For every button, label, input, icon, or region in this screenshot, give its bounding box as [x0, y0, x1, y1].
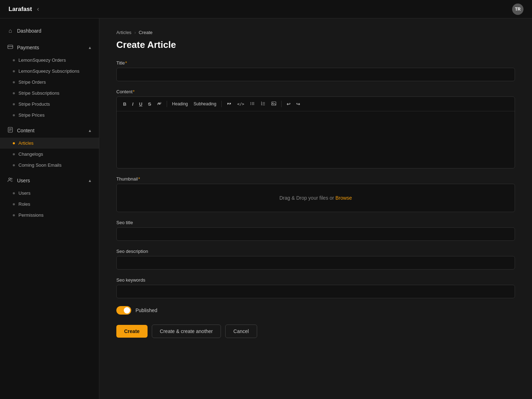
topbar: Larafast ‹ TR	[0, 0, 532, 18]
users-item-label: Users	[18, 190, 31, 196]
cancel-button[interactable]: Cancel	[225, 325, 257, 338]
sidebar-item-stripe-products[interactable]: Stripe Products	[0, 99, 99, 110]
content-chevron-icon: ▲	[88, 128, 92, 133]
stripe-subscriptions-label: Stripe Subscriptions	[18, 90, 60, 96]
underline-button[interactable]: U	[137, 100, 144, 108]
bold-button[interactable]: B	[121, 100, 128, 108]
seo-title-input[interactable]	[116, 227, 515, 241]
content-label: Content*	[116, 89, 515, 94]
content-items: Articles Changelogs Coming Soon Emails	[0, 138, 99, 171]
image-button[interactable]	[269, 100, 278, 108]
published-toggle[interactable]	[116, 306, 131, 315]
svg-point-21	[272, 102, 273, 103]
undo-button[interactable]: ↩	[284, 100, 293, 108]
back-icon[interactable]: ‹	[37, 5, 39, 13]
bullet-list-button[interactable]	[248, 100, 257, 108]
users-label: Users	[17, 178, 30, 183]
sidebar-item-users[interactable]: Users	[0, 188, 99, 199]
sidebar-item-lemonsqueezy-orders[interactable]: LemonSqueezy Orders	[0, 55, 99, 66]
dot-icon	[13, 214, 15, 216]
quote-button[interactable]	[225, 100, 234, 108]
permissions-label: Permissions	[18, 212, 44, 218]
content-required: *	[133, 89, 135, 94]
main-layout: ⌂ Dashboard Payments	[0, 18, 532, 399]
title-input[interactable]	[116, 68, 515, 81]
sidebar-item-dashboard[interactable]: ⌂ Dashboard	[0, 24, 99, 38]
payments-section-header[interactable]: Payments ▲	[0, 40, 99, 55]
dot-icon	[13, 114, 15, 116]
dot-icon	[13, 192, 15, 194]
subheading-button[interactable]: Subheading	[192, 100, 218, 107]
breadcrumb-separator: ›	[134, 30, 136, 35]
dot-icon	[13, 142, 15, 144]
thumbnail-required: *	[138, 176, 140, 182]
heading-button[interactable]: Heading	[170, 100, 190, 107]
seo-desc-label: Seo description	[116, 249, 515, 254]
svg-point-8	[250, 102, 251, 103]
sidebar-item-changelogs[interactable]: Changelogs	[0, 149, 99, 160]
sidebar-section-users: Users ▲ Users Roles Permissions	[0, 173, 99, 221]
rich-text-editor: B I U S Heading Subh	[116, 96, 515, 168]
sidebar-item-stripe-prices[interactable]: Stripe Prices	[0, 110, 99, 121]
seo-keywords-field-group: Seo keywords	[116, 277, 515, 298]
sidebar-item-articles[interactable]: Articles	[0, 138, 99, 149]
sidebar-item-stripe-subscriptions[interactable]: Stripe Subscriptions	[0, 88, 99, 99]
sidebar-item-roles[interactable]: Roles	[0, 199, 99, 210]
dot-icon	[13, 103, 15, 105]
thumbnail-dropzone[interactable]: Drag & Drop your files or Browse	[116, 184, 515, 212]
payments-label: Payments	[17, 45, 39, 50]
create-button[interactable]: Create	[116, 325, 148, 338]
payments-icon	[7, 44, 13, 51]
strikethrough-button[interactable]: S	[146, 100, 153, 108]
content-icon	[7, 127, 13, 134]
avatar[interactable]: TR	[512, 4, 523, 15]
articles-label: Articles	[18, 140, 34, 146]
editor-body[interactable]	[117, 111, 515, 168]
roles-label: Roles	[18, 201, 30, 207]
stripe-products-label: Stripe Products	[18, 101, 50, 107]
italic-button[interactable]: I	[130, 100, 135, 108]
content-section-header[interactable]: Content ▲	[0, 123, 99, 138]
svg-point-7	[11, 178, 12, 179]
svg-point-10	[250, 103, 251, 104]
seo-title-label: Seo title	[116, 220, 515, 225]
dot-icon	[13, 70, 15, 72]
create-another-button[interactable]: Create & create another	[152, 325, 221, 338]
title-field-group: Title*	[116, 60, 515, 81]
lemonqueezy-orders-label: LemonSqueezy Orders	[18, 57, 66, 63]
svg-rect-20	[272, 102, 276, 105]
seo-desc-input[interactable]	[116, 256, 515, 270]
svg-point-12	[250, 104, 251, 105]
content-label: Content	[17, 128, 34, 133]
link-button[interactable]	[155, 100, 164, 108]
coming-soon-emails-label: Coming Soon Emails	[18, 162, 61, 168]
breadcrumb-current: Create	[139, 30, 153, 35]
users-icon	[7, 177, 13, 184]
dot-icon	[13, 59, 15, 61]
topbar-left: Larafast ‹	[9, 5, 39, 13]
breadcrumb: Articles › Create	[116, 30, 515, 35]
breadcrumb-parent[interactable]: Articles	[116, 30, 132, 35]
svg-point-6	[9, 178, 11, 180]
browse-link[interactable]: Browse	[336, 195, 352, 201]
sidebar-item-lemonqueezy-subscriptions[interactable]: LemonSqueezy Subscriptions	[0, 66, 99, 77]
title-label: Title*	[116, 60, 515, 66]
sidebar-item-stripe-orders[interactable]: Stripe Orders	[0, 77, 99, 88]
sidebar-item-permissions[interactable]: Permissions	[0, 210, 99, 221]
stripe-prices-label: Stripe Prices	[18, 112, 45, 118]
code-button[interactable]: </>	[235, 101, 246, 107]
seo-title-field-group: Seo title	[116, 220, 515, 241]
payments-items: LemonSqueezy Orders LemonSqueezy Subscri…	[0, 55, 99, 121]
dot-icon	[13, 81, 15, 83]
seo-keywords-input[interactable]	[116, 285, 515, 298]
users-section-header[interactable]: Users ▲	[0, 173, 99, 188]
sidebar: ⌂ Dashboard Payments	[0, 18, 99, 399]
sidebar-item-coming-soon-emails[interactable]: Coming Soon Emails	[0, 160, 99, 171]
ordered-list-button[interactable]: 1. 2. 3.	[259, 100, 268, 108]
sidebar-section-dashboard: ⌂ Dashboard	[0, 24, 99, 38]
redo-button[interactable]: ↪	[294, 100, 302, 108]
users-items: Users Roles Permissions	[0, 188, 99, 221]
content-field-group: Content* B I U S	[116, 89, 515, 168]
published-label: Published	[135, 307, 157, 313]
dot-icon	[13, 203, 15, 205]
